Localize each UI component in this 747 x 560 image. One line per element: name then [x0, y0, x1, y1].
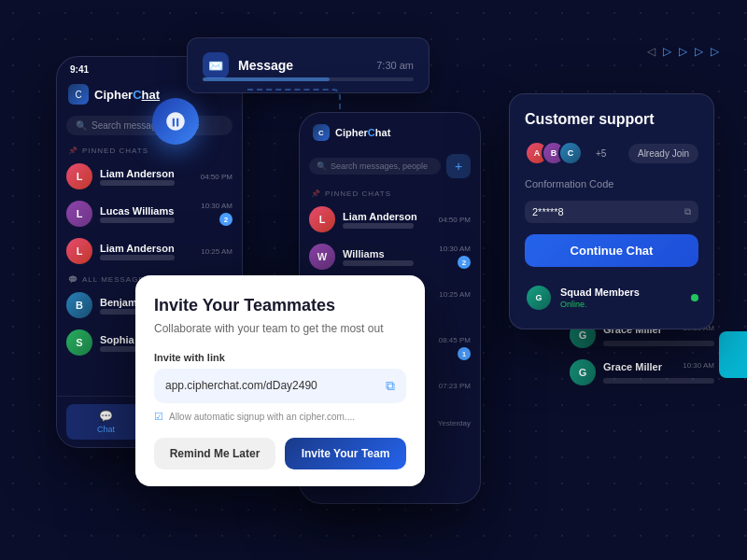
- invite-teammates-modal: Invite Your Teammates Collaborate with y…: [135, 275, 425, 486]
- nav-next-2[interactable]: ▷: [679, 45, 687, 58]
- chat-meta: 10:30 AM 2: [201, 202, 233, 226]
- pinned-label-center: 📌 PINNED CHATS: [300, 184, 480, 201]
- grace-preview-bar: [603, 378, 714, 384]
- chat-meta: 10:25 AM: [201, 247, 233, 256]
- invite-modal-title: Invite Your Teammates: [154, 296, 406, 315]
- chat-info: Liam Anderson: [343, 211, 431, 229]
- nav-next-3[interactable]: ▷: [695, 45, 703, 58]
- avatar: L: [309, 206, 335, 232]
- squad-avatar: G: [525, 284, 553, 312]
- chat-info: Liam Anderson: [100, 168, 193, 186]
- invite-link-url: app.cipherchat.com/dDay2490: [165, 379, 317, 392]
- message-time: 7:30 am: [376, 60, 414, 71]
- message-icon: ✉️: [203, 52, 229, 78]
- chat-info: Williams: [343, 248, 431, 266]
- invite-link-box: app.cipherchat.com/dDay2490 ⧉: [154, 369, 406, 403]
- app-name-left: CipherChat: [94, 88, 160, 102]
- tab-chat[interactable]: 💬 Chat: [66, 404, 146, 440]
- checkbox-icon: ☑: [154, 411, 163, 423]
- chat-time: Yesterday: [438, 419, 471, 427]
- chat-preview-bar: [100, 217, 175, 223]
- chat-info: Liam Anderson: [100, 243, 193, 260]
- chat-meta: 04:50 PM: [439, 216, 471, 224]
- avatar: S: [66, 329, 92, 356]
- messages-icon: 💬: [68, 275, 78, 284]
- nav-next-4[interactable]: ▷: [711, 45, 719, 58]
- squad-section: G Squad Members Online.: [525, 284, 698, 312]
- nav-next-1[interactable]: ▷: [663, 45, 671, 58]
- chat-time: 04:50 PM: [201, 173, 233, 181]
- remind-me-later-button[interactable]: Remind Me Later: [154, 438, 275, 469]
- confirmation-input[interactable]: 2*****8 ⧉: [525, 201, 698, 223]
- search-icon: 🔍: [317, 161, 327, 171]
- avatar: L: [66, 238, 92, 264]
- chat-time: 10:30 AM: [439, 245, 471, 253]
- add-button-center[interactable]: +: [446, 154, 471, 178]
- cyan-action-button[interactable]: [719, 331, 747, 378]
- message-progress-fill: [203, 77, 330, 81]
- avatar: G: [570, 359, 596, 385]
- message-panel: ✉️ Message 7:30 am: [187, 37, 430, 93]
- phone-center-search-row: 🔍 Search messages, people +: [300, 145, 480, 184]
- chat-time: 04:50 PM: [439, 216, 471, 224]
- confirmation-code-value: 2*****8: [532, 206, 564, 217]
- avatar: L: [66, 163, 92, 189]
- chat-name: Lucas Williams: [100, 205, 193, 217]
- already-join-button[interactable]: Already Join: [628, 144, 698, 163]
- nav-arrows: ◁ ▷ ▷ ▷ ▷: [647, 45, 719, 58]
- chat-time: 08:45 PM: [439, 336, 471, 344]
- grace-time: 10:30 AM: [683, 361, 714, 375]
- chat-meta: 10:30 AM 2: [439, 245, 471, 269]
- invite-team-button[interactable]: Invite Your Team: [285, 438, 406, 469]
- tab-chat-label: Chat: [97, 425, 115, 434]
- pin-icon-center: 📌: [311, 189, 321, 198]
- unread-badge: 1: [458, 347, 471, 360]
- support-title: Customer support: [525, 111, 698, 128]
- chat-preview-bar: [343, 260, 414, 266]
- message-progress-bar: [203, 77, 414, 81]
- support-card: Customer support A B C +5 Already Join C…: [509, 93, 714, 329]
- modal-actions: Remind Me Later Invite Your Team: [154, 438, 406, 469]
- confirmation-input-row: 2*****8 ⧉: [525, 201, 698, 223]
- chat-preview-bar: [343, 223, 414, 229]
- squad-title: Squad Members: [560, 287, 640, 298]
- chat-item[interactable]: L Liam Anderson 10:25 AM: [57, 232, 242, 270]
- member-avatar: C: [558, 141, 583, 165]
- copy-link-button[interactable]: ⧉: [386, 378, 395, 394]
- grace-chat-item-3[interactable]: G Grace Miller 10:30 AM: [570, 359, 714, 385]
- avatar: L: [66, 201, 92, 227]
- message-title: Message: [238, 58, 293, 73]
- chat-item[interactable]: L Lucas Williams 10:30 AM 2: [57, 195, 242, 232]
- chat-meta: 08:45 PM 1: [439, 336, 471, 360]
- online-dot: [691, 294, 698, 301]
- continue-chat-button[interactable]: Continue Chat: [525, 234, 698, 267]
- copy-icon[interactable]: ⧉: [684, 206, 691, 217]
- chat-item[interactable]: L Liam Anderson 04:50 PM: [57, 158, 242, 195]
- grace-preview-bar: [603, 341, 714, 346]
- chat-item[interactable]: W Williams 10:30 AM 2: [300, 238, 480, 275]
- grace-info: Grace Miller 10:30 AM: [603, 361, 714, 384]
- unread-badge: 2: [219, 213, 233, 226]
- chat-tab-icon: 💬: [99, 410, 113, 423]
- search-icon: 🔍: [76, 120, 87, 131]
- member-plus-count: +5: [596, 148, 606, 159]
- chat-time: 10:25 AM: [439, 290, 471, 299]
- status-time: 9:41: [70, 64, 89, 75]
- chat-name: Williams: [343, 248, 431, 259]
- avatar: B: [66, 292, 92, 318]
- chat-name: Liam Anderson: [100, 168, 193, 179]
- chat-info: Lucas Williams: [100, 205, 193, 223]
- chat-time: 10:25 AM: [201, 247, 233, 256]
- invite-link-label: Invite with link: [154, 352, 406, 363]
- unread-badge: 2: [458, 256, 471, 269]
- chat-meta: 10:25 AM: [439, 290, 471, 299]
- chat-name: Liam Anderson: [343, 211, 431, 222]
- chat-preview-bar: [100, 255, 175, 260]
- search-bar-left[interactable]: 🔍 Search messages, people: [66, 116, 233, 135]
- search-bar-center[interactable]: 🔍 Search messages, people: [309, 158, 441, 175]
- pin-icon: 📌: [68, 147, 78, 155]
- chat-item[interactable]: L Liam Anderson 04:50 PM: [300, 201, 480, 238]
- auto-signup-row: ☑ Allow automatic signup with an cipher.…: [154, 411, 406, 423]
- nav-prev[interactable]: ◁: [647, 45, 655, 58]
- auto-signup-text: Allow automatic signup with an cipher.co…: [169, 412, 355, 422]
